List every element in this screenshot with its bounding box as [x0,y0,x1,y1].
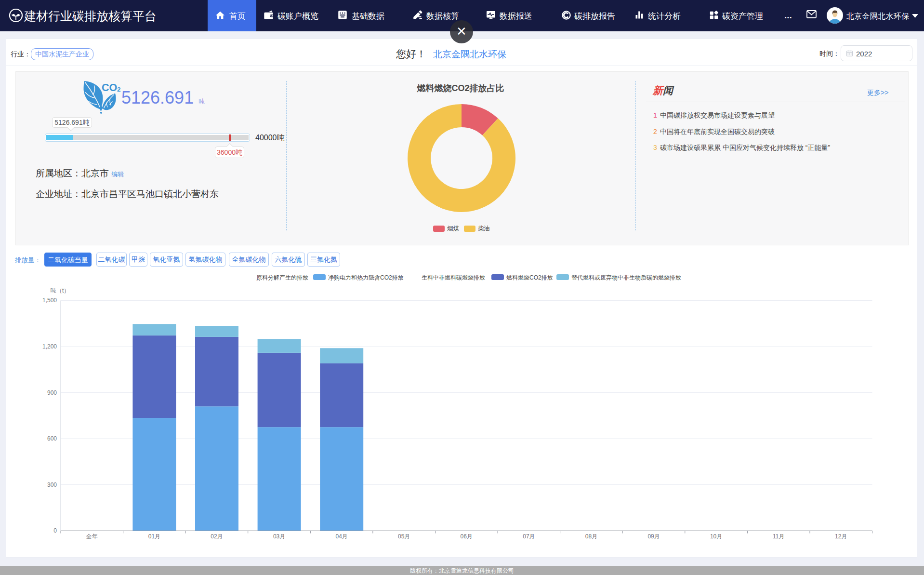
svg-text:12月: 12月 [835,533,847,540]
svg-text:1,200: 1,200 [42,343,57,350]
svg-text:600: 600 [47,435,57,442]
svg-text:01月: 01月 [148,533,160,540]
svg-text:300: 300 [47,481,57,488]
svg-text:全年: 全年 [86,533,98,540]
svg-text:吨（t）: 吨（t） [51,287,69,294]
svg-text:02月: 02月 [211,533,223,540]
svg-text:0: 0 [53,527,57,534]
svg-text:05月: 05月 [398,533,410,540]
svg-text:10月: 10月 [710,533,722,540]
svg-text:2: 2 [117,86,121,93]
svg-text:11月: 11月 [773,533,784,540]
svg-text:07月: 07月 [523,533,535,540]
svg-text:09月: 09月 [647,533,660,540]
svg-text:03月: 03月 [273,533,285,540]
svg-text:06月: 06月 [461,533,473,540]
svg-text:1,500: 1,500 [42,297,57,304]
svg-text:08月: 08月 [585,533,597,540]
svg-text:900: 900 [47,389,57,396]
svg-text:04月: 04月 [336,533,348,540]
svg-text:CO: CO [102,82,117,94]
